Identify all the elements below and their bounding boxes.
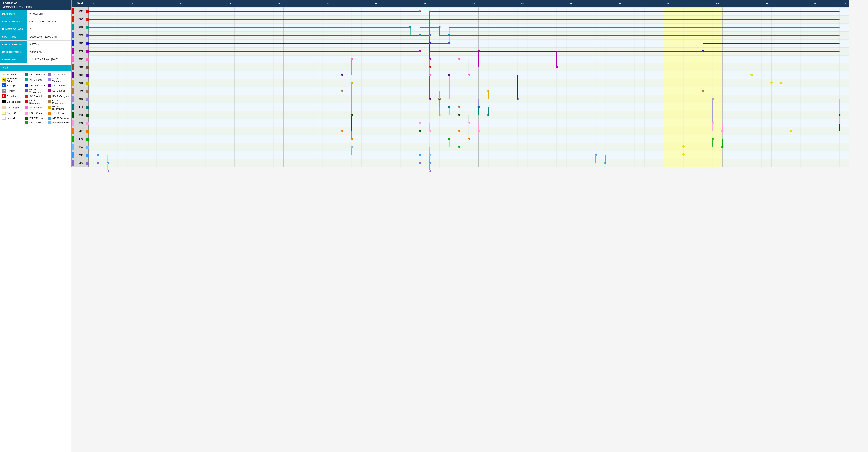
key-mechanical: M Mechanical failure [2, 78, 24, 82]
key-penalty: Pe Penalty [2, 88, 24, 93]
key-accident: ★ Accident [2, 72, 24, 77]
key-fm: FM: F Massa [25, 116, 47, 120]
sp-color [25, 106, 28, 109]
key-kr: KR: K Raikkonen [25, 99, 47, 104]
redflag-icon [2, 106, 6, 110]
me-color [48, 117, 51, 120]
key-km: KM: K Magnussen [48, 99, 70, 104]
key-excluded: E Excluded [2, 94, 24, 98]
value-race-date: 28 MAY 2017 [27, 10, 47, 18]
jp-color [48, 112, 51, 115]
value-num-laps: 78 [27, 25, 34, 33]
key-ls: LS: L Stroll [25, 121, 47, 124]
key-redflag: Red Flagged [2, 105, 24, 110]
key-dr: DR: D Ricciardo [25, 83, 47, 87]
accident-icon: ★ [2, 72, 6, 77]
kr-color [25, 100, 28, 103]
key-jp: JP: J Palmer [48, 111, 70, 115]
key-blackflag: Black Flagged [2, 99, 24, 104]
nh-color [48, 106, 51, 109]
key-cs: CS: C Sainz [48, 88, 70, 93]
info-start-time: START TIME 14:00 Local - 12:00 GMT [0, 33, 71, 40]
chart-container: .grid-header-bg { fill: #1a3a5c; } .grid… [71, 0, 868, 172]
label-num-laps: NUMBER OF LAPS: [0, 25, 27, 33]
value-circuit-length: 3.337KM [27, 40, 42, 48]
km-color [48, 100, 51, 103]
value-circuit-name: CIRCUIT DE MONACO [27, 18, 58, 25]
left-panel: ROUND 06 MONACO GRAND PRIX RACE DATE: 28… [0, 0, 71, 452]
dr-color [25, 84, 28, 87]
mv-color [25, 89, 28, 92]
info-race-distance: RACE DISTANCE: 260.286KM [0, 48, 71, 56]
ls-color [25, 121, 28, 124]
label-race-distance: RACE DISTANCE: [0, 48, 27, 56]
key-dk: DK: D Kvyat [48, 83, 70, 87]
jb-color [48, 73, 51, 76]
info-circuit-length: CIRCUIT LENGTH: 3.337KM [0, 40, 71, 48]
label-circuit-length: CIRCUIT LENGTH: [0, 40, 27, 48]
fm-color [25, 117, 28, 120]
info-lap-record: LAP RECORD: 1:14.820 - S Perez [2017] [0, 56, 71, 63]
info-race-date: RACE DATE: 28 MAY 2017 [0, 10, 71, 18]
key-nh: NH: N Hulkenberg [48, 105, 70, 110]
label-lap-record: LAP RECORD: [0, 56, 27, 63]
race-name: MONACO GRAND PRIX [2, 5, 69, 9]
right-panel: .grid-header-bg { fill: #1a3a5c; } .grid… [71, 0, 868, 452]
value-race-distance: 260.286KM [27, 48, 44, 56]
rg-color [48, 95, 51, 98]
key-symbols: ★ Accident LH: L Hamilton JB: J Button M… [0, 71, 71, 126]
key-rg: RG: R Grosjean [48, 94, 70, 98]
key-pw: PW: P Wehrlein [48, 121, 70, 124]
key-lh: LH: L Hamilton [25, 72, 47, 77]
lh-color [25, 73, 28, 76]
sd-color [48, 79, 51, 81]
key-eo: EO: E Ocon [25, 111, 47, 115]
info-num-laps: NUMBER OF LAPS: 78 [0, 25, 71, 33]
lapped-icon [2, 116, 6, 120]
round-header: ROUND 06 MONACO GRAND PRIX [0, 0, 71, 10]
eo-color [25, 112, 28, 115]
key-mv: MV: M Verstappen [25, 88, 47, 93]
race-chart-canvas [71, 0, 849, 172]
key-jb: JB: J Button [48, 72, 70, 77]
pitstop-icon: P [2, 83, 6, 87]
key-me: ME: M Ericsson [48, 116, 70, 120]
cs-color [48, 89, 51, 92]
safetycar-icon [2, 111, 6, 115]
excluded-icon: E [2, 94, 6, 98]
key-lapped: Lapped [2, 116, 24, 120]
key-empty [2, 121, 24, 124]
sv-color [25, 95, 28, 98]
key-sd: SD: S Vandoorne [48, 78, 70, 82]
key-sp: SP: S Perez [25, 105, 47, 110]
round-number: ROUND 06 [2, 2, 69, 5]
vb-color [25, 79, 28, 81]
value-lap-record: 1:14.820 - S Perez [2017] [27, 56, 60, 63]
key-sv: SV: S Vettel [25, 94, 47, 98]
app-container: ROUND 06 MONACO GRAND PRIX RACE DATE: 28… [0, 0, 868, 452]
key-safetycar: Safety Car [2, 111, 24, 115]
blackflag-icon [2, 100, 6, 104]
label-start-time: START TIME [0, 33, 27, 40]
label-circuit-name: CIRCUIT NAME: [0, 18, 27, 25]
info-circuit-name: CIRCUIT NAME: CIRCUIT DE MONACO [0, 18, 71, 25]
label-race-date: RACE DATE: [0, 10, 27, 18]
mechanical-icon: M [2, 78, 6, 82]
penalty-icon: Pe [2, 89, 6, 93]
key-vb: VB: V Bottas [25, 78, 47, 82]
value-start-time: 14:00 Local - 12:00 GMT [27, 33, 60, 40]
key-header: KEY [0, 65, 71, 71]
pw-color [48, 121, 51, 124]
dk-color [48, 84, 51, 87]
key-pitstop: P Pit stop [2, 83, 24, 87]
